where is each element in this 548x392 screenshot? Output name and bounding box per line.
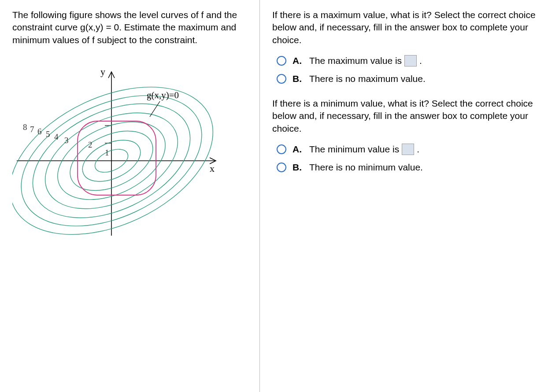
right-column: If there is a maximum value, what is it?… [260,0,548,392]
left-column: The following figure shows the level cur… [0,0,260,392]
level-value: 4 [54,132,59,141]
svg-point-11 [12,59,219,244]
q1-prompt: If there is a maximum value, what is it?… [272,9,536,46]
option-text-post: . [417,144,419,155]
page-container: The following figure shows the level cur… [0,0,548,392]
option-text: There is no maximum value. [309,74,426,84]
level-value: 1 [105,148,109,157]
level-value: 8 [23,122,27,132]
answer-input-min[interactable] [402,144,414,155]
radio-icon[interactable] [277,74,286,84]
radio-icon[interactable] [277,56,286,66]
option-letter: B. [293,74,303,84]
x-axis-label: x [210,163,215,174]
option-letter: B. [293,162,303,173]
level-value: 7 [30,125,34,134]
level-value: 5 [46,129,50,139]
q2-option-a[interactable]: A. The minimum value is . [277,144,536,155]
figure-svg: y x g(x,y)=0 [12,59,219,244]
radio-icon[interactable] [277,163,286,172]
option-letter: A. [293,55,303,66]
question-minimum: If there is a minimum value, what is it?… [272,97,536,173]
level-value: 2 [88,140,93,149]
q2-prompt: If there is a minimum value, what is it?… [272,97,536,135]
option-letter: A. [293,144,303,155]
q1-option-b[interactable]: B. There is no maximum value. [277,74,536,84]
question-prompt-left: The following figure shows the level cur… [12,9,247,46]
option-text: The maximum value is . [309,55,422,67]
option-text-pre: The minimum value is [309,144,399,155]
option-text: There is no minimum value. [309,162,423,173]
option-text-post: . [419,55,422,66]
level-value: 6 [37,127,42,136]
option-text-pre: The maximum value is [309,55,402,66]
svg-line-12 [150,101,160,117]
q2-option-b[interactable]: B. There is no minimum value. [277,162,536,173]
question-maximum: If there is a maximum value, what is it?… [272,9,536,84]
radio-icon[interactable] [277,144,286,154]
answer-input-max[interactable] [404,55,417,67]
svg-point-10 [12,69,219,244]
level-curves-figure: y x g(x,y)=0 [12,59,219,244]
option-text: The minimum value is . [309,144,419,155]
y-axis-label: y [100,66,105,77]
constraint-label: g(x,y)=0 [147,90,179,100]
q1-option-a[interactable]: A. The maximum value is . [277,55,536,67]
level-value: 3 [64,136,69,145]
